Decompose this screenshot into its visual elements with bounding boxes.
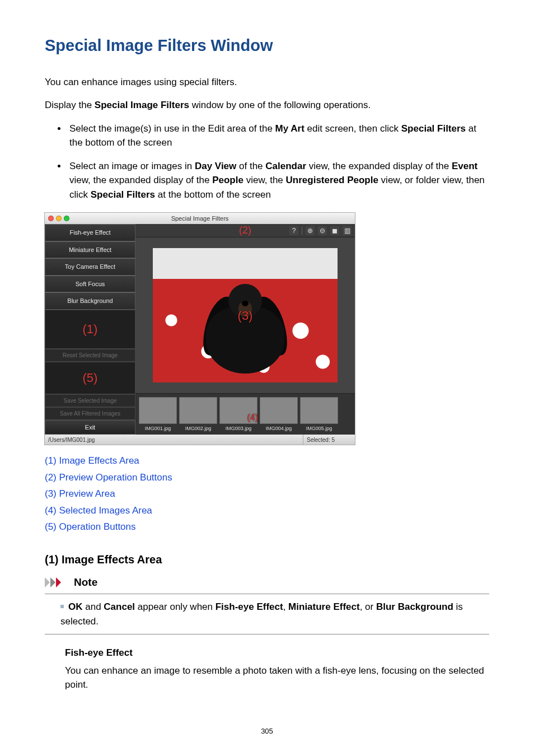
- status-selected: Selected: 5: [303, 435, 355, 445]
- list-item: Select an image or images in Day View of…: [67, 159, 489, 202]
- filter-fish-eye[interactable]: Fish-eye Effect: [45, 224, 135, 241]
- link-selected-images-area[interactable]: (4) Selected Images Area: [45, 503, 489, 518]
- compare-icon[interactable]: ▥: [343, 226, 352, 235]
- help-icon[interactable]: ?: [289, 226, 298, 235]
- note-block: OK and Cancel appear only when Fish-eye …: [45, 594, 489, 634]
- filter-soft-focus[interactable]: Soft Focus: [45, 276, 135, 293]
- callout-5: (5): [45, 362, 135, 394]
- thumbnail[interactable]: IMG005.jpg: [300, 397, 338, 433]
- instruction-list: Select the image(s) in use in the Edit a…: [45, 122, 489, 202]
- callout-4: (4): [247, 411, 258, 424]
- section-heading: (1) Image Effects Area: [45, 551, 489, 568]
- list-item: Select the image(s) in use in the Edit a…: [67, 122, 489, 150]
- filter-blur-background[interactable]: Blur Background: [45, 292, 135, 310]
- filter-miniature[interactable]: Miniature Effect: [45, 241, 135, 259]
- note-header: Note: [45, 575, 489, 591]
- close-icon[interactable]: [48, 216, 54, 221]
- svg-marker-0: [45, 577, 50, 587]
- minimize-icon[interactable]: [56, 216, 62, 221]
- save-all-button: Save All Filtered Images: [45, 407, 135, 420]
- exit-button[interactable]: Exit: [45, 420, 135, 435]
- link-preview-operation-buttons[interactable]: (2) Preview Operation Buttons: [45, 470, 489, 485]
- link-image-effects-area[interactable]: (1) Image Effects Area: [45, 454, 489, 468]
- note-content: OK and Cancel appear only when Fish-eye …: [56, 600, 489, 628]
- definition-description: You can enhance an image to resemble a p…: [65, 664, 489, 692]
- filter-toy-camera[interactable]: Toy Camera Effect: [45, 258, 135, 276]
- status-bar: /Users/IMG001.jpg Selected: 5: [45, 435, 355, 445]
- thumbnail[interactable]: IMG001.jpg: [139, 397, 177, 433]
- note-bullet-icon: [60, 605, 64, 608]
- window-titlebar: Special Image Filters: [45, 213, 355, 224]
- preview-toolbar: (2) ? ⊕ ⊖ ◼ ▥: [135, 224, 355, 237]
- link-operation-buttons[interactable]: (5) Operation Buttons: [45, 520, 489, 534]
- maximize-icon[interactable]: [64, 216, 69, 221]
- app-window: Special Image Filters Fish-eye Effect Mi…: [45, 213, 355, 445]
- thumbnail[interactable]: (4)IMG003.jpg: [219, 397, 257, 433]
- svg-marker-2: [56, 577, 61, 587]
- callout-2: (2): [239, 223, 251, 238]
- page-number: 305: [45, 726, 489, 737]
- intro-paragraph-2: Display the Special Image Filters window…: [45, 98, 489, 113]
- callout-1: (1): [45, 310, 135, 349]
- definition-item: Fish-eye Effect You can enhance an image…: [65, 646, 489, 692]
- thumbnail[interactable]: IMG002.jpg: [179, 397, 217, 433]
- thumbnail-strip: IMG001.jpg IMG002.jpg (4)IMG003.jpg IMG0…: [135, 393, 355, 435]
- zoom-in-icon[interactable]: ⊕: [306, 226, 315, 235]
- callout-3: (3): [238, 306, 253, 325]
- reset-selected-button: Reset Selected Image: [45, 349, 135, 362]
- preview-image: (3): [153, 248, 338, 382]
- fit-icon[interactable]: ◼: [330, 226, 339, 235]
- screenshot-figure: Special Image Filters Fish-eye Effect Mi…: [45, 213, 489, 445]
- sidebar: Fish-eye Effect Miniature Effect Toy Cam…: [45, 224, 135, 435]
- zoom-out-icon[interactable]: ⊖: [318, 226, 327, 235]
- page-title: Special Image Filters Window: [45, 34, 489, 58]
- anchor-links: (1) Image Effects Area (2) Preview Opera…: [45, 454, 489, 534]
- status-path: /Users/IMG001.jpg: [45, 435, 303, 445]
- definition-term: Fish-eye Effect: [65, 646, 489, 660]
- window-title: Special Image Filters: [45, 214, 355, 223]
- thumbnail[interactable]: IMG004.jpg: [260, 397, 298, 433]
- preview-area: (3): [135, 237, 355, 393]
- svg-marker-1: [50, 577, 55, 587]
- link-preview-area[interactable]: (3) Preview Area: [45, 487, 489, 501]
- save-selected-button: Save Selected Image: [45, 394, 135, 407]
- intro-paragraph-1: You can enhance images using special fil…: [45, 75, 489, 90]
- note-chevrons-icon: [45, 577, 69, 587]
- note-label: Note: [74, 575, 97, 591]
